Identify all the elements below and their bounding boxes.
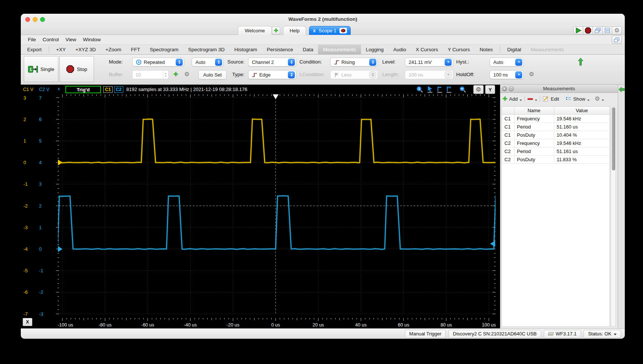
y-axis-button-label: Y bbox=[488, 87, 492, 92]
chevron-down-icon[interactable] bbox=[520, 100, 522, 101]
tab-help[interactable]: Help bbox=[283, 26, 306, 35]
view-tab-audio[interactable]: Audio bbox=[389, 45, 411, 54]
view-tab-x-cursors[interactable]: X Cursors bbox=[411, 45, 443, 54]
version-info[interactable]: WF3.17.1 bbox=[544, 330, 581, 338]
waveform-canvas[interactable]: 3210-1-2-3-4-5-6-776543210-1-2-3-100 us-… bbox=[21, 94, 500, 328]
table-row[interactable]: C2Frequency19.546 kHz bbox=[502, 139, 610, 147]
show-options-button[interactable]: Show bbox=[573, 96, 585, 102]
view-tab-fft[interactable]: FFT bbox=[126, 45, 145, 54]
menu-control[interactable]: Control bbox=[39, 37, 62, 42]
view-tab-spectrogram[interactable]: Spectrogram bbox=[145, 45, 183, 54]
plot-settings-button[interactable]: ⚙ bbox=[473, 85, 484, 94]
view-tab-export[interactable]: Export bbox=[22, 45, 46, 54]
single-button[interactable]: 1 Single bbox=[24, 56, 58, 82]
chevron-down-icon[interactable] bbox=[587, 100, 590, 101]
run-all-button[interactable] bbox=[573, 26, 583, 35]
app-settings-button[interactable]: ⚙ bbox=[612, 26, 622, 35]
table-row[interactable]: C1Period51.160 us bbox=[502, 123, 610, 131]
svg-text:-2: -2 bbox=[39, 289, 43, 295]
table-row[interactable]: C1Frequency19.546 kHz bbox=[502, 114, 610, 123]
auto-set-button[interactable]: Auto Set bbox=[198, 70, 227, 79]
menu-file[interactable]: File bbox=[25, 37, 39, 42]
svg-text:-3: -3 bbox=[39, 311, 43, 317]
level-select[interactable]: 241.11 mV bbox=[405, 58, 453, 66]
trigger-mode-select[interactable]: Auto bbox=[192, 58, 224, 66]
table-row[interactable]: C2Period51.161 us bbox=[502, 147, 610, 155]
chevron-down-icon[interactable] bbox=[535, 100, 537, 101]
stepper-icon bbox=[163, 71, 168, 79]
channel1-badge[interactable]: C1 bbox=[103, 86, 113, 93]
table-cell: C2 bbox=[502, 155, 514, 163]
menu-view[interactable]: View bbox=[62, 37, 79, 42]
undock-view-button[interactable] bbox=[612, 36, 622, 44]
view-tab-measurements[interactable]: Measurements bbox=[526, 45, 569, 54]
status-indicator[interactable]: Status: OK bbox=[584, 330, 621, 338]
view-tab-measurements[interactable]: Measurements bbox=[318, 45, 361, 54]
tile-windows-button[interactable] bbox=[602, 26, 612, 35]
view-tab-spectrogram-3d[interactable]: Spectrogram 3D bbox=[184, 45, 230, 54]
table-scrollbar[interactable] bbox=[611, 106, 616, 327]
edit-measurement-button[interactable]: Edit bbox=[551, 96, 559, 102]
buffer-settings-button[interactable]: ⚙ bbox=[183, 70, 191, 78]
view-tab-digital[interactable]: Digital bbox=[502, 45, 526, 54]
instrument-view-tabs: Export+XY+XYZ 3D+ZoomFFTSpectrogramSpect… bbox=[21, 45, 625, 55]
condition-select[interactable]: Rising bbox=[330, 58, 378, 66]
view-tab-persistence[interactable]: Persistence bbox=[262, 45, 298, 54]
title-bar[interactable]: WaveForms 2 (multifunction) bbox=[21, 14, 625, 25]
col-value[interactable]: Value bbox=[554, 107, 610, 114]
green-left-arrow-icon[interactable] bbox=[618, 87, 625, 92]
channel2-badge[interactable]: C2 bbox=[114, 86, 123, 93]
view-tab-histogram[interactable]: Histogram bbox=[230, 45, 262, 54]
col-channel[interactable] bbox=[502, 107, 514, 114]
remove-measurement-button[interactable] bbox=[527, 98, 533, 100]
measurements-table: Name Value C1Frequency19.546 kHzC1Period… bbox=[502, 107, 610, 164]
add-instrument-button[interactable]: ✚ bbox=[272, 27, 280, 34]
stop-button[interactable]: Stop bbox=[59, 56, 94, 82]
view-tab--xyz-3d[interactable]: +XYZ 3D bbox=[71, 45, 101, 54]
lcondition-select[interactable]: Less bbox=[330, 70, 378, 79]
holdoff-select[interactable]: 100 ns bbox=[490, 70, 524, 79]
hysteresis-value: Auto bbox=[493, 59, 513, 65]
svg-text:-2: -2 bbox=[23, 203, 28, 209]
green-up-arrow-icon[interactable] bbox=[578, 58, 583, 66]
collapse-axes-icon[interactable]: ‹ bbox=[58, 84, 60, 94]
table-row[interactable]: C2PosDuty11.833 % bbox=[502, 155, 610, 163]
close-tab-icon[interactable]: X bbox=[313, 29, 315, 33]
y-axis-button[interactable]: Y bbox=[485, 85, 495, 94]
view-tab-logging[interactable]: Logging bbox=[361, 45, 389, 54]
x-axis-button[interactable]: X bbox=[23, 318, 32, 326]
trigger-settings-button[interactable]: ⚙ bbox=[527, 70, 536, 78]
length-select[interactable]: 100 ns bbox=[405, 70, 453, 79]
view-tab-y-cursors[interactable]: Y Cursors bbox=[443, 45, 475, 54]
gear-icon[interactable]: ⚙ bbox=[595, 96, 600, 102]
view-tab--zoom[interactable]: +Zoom bbox=[101, 45, 126, 54]
stop-button-label: Stop bbox=[77, 66, 87, 72]
buffer-stepper[interactable]: 10 bbox=[132, 70, 169, 79]
stop-all-button[interactable] bbox=[583, 26, 593, 35]
table-row[interactable]: C1PosDuty10.404 % bbox=[502, 131, 610, 139]
device-info[interactable]: Discovery2 C SN:210321AD640C USB bbox=[448, 330, 541, 338]
svg-text:1: 1 bbox=[23, 138, 26, 144]
menu-window[interactable]: Window bbox=[79, 37, 104, 42]
view-tab-notes[interactable]: Notes bbox=[475, 45, 497, 54]
tab-welcome[interactable]: Welcome bbox=[238, 26, 272, 35]
tab-scope1[interactable]: X Scope 1 bbox=[309, 26, 351, 35]
table-cell: C1 bbox=[502, 123, 514, 131]
type-select[interactable]: Edge bbox=[248, 70, 296, 79]
add-measurement-button[interactable]: Add bbox=[509, 96, 518, 102]
source-select[interactable]: Channel 2 bbox=[248, 58, 296, 66]
cascade-windows-button[interactable] bbox=[592, 26, 603, 35]
scrollbar-thumb[interactable] bbox=[612, 107, 615, 170]
c2-axis-header[interactable]: C2 V bbox=[39, 85, 49, 94]
c1-axis-header[interactable]: C1 V bbox=[23, 85, 33, 94]
scope-plot[interactable]: C1 V C2 V ‹ Trig'd C1 C2 8192 samples at… bbox=[21, 85, 500, 328]
mode-select[interactable]: Repeated bbox=[132, 58, 184, 66]
manual-trigger-button[interactable]: Manual Trigger bbox=[405, 330, 446, 338]
view-tab--xy[interactable]: +XY bbox=[51, 45, 71, 54]
hysteresis-select[interactable]: Auto bbox=[490, 58, 524, 66]
chevron-down-icon[interactable] bbox=[602, 100, 604, 101]
col-name[interactable]: Name bbox=[514, 107, 554, 114]
add-buffer-button[interactable]: ✚ bbox=[172, 70, 180, 78]
view-tab-data[interactable]: Data bbox=[298, 45, 318, 54]
table-cell: 10.404 % bbox=[554, 131, 610, 139]
